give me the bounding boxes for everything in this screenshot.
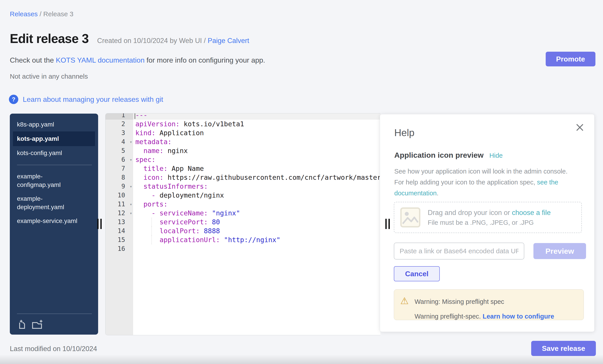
code-text: spec: (133, 155, 381, 164)
git-releases-link[interactable]: Learn about managing your releases with … (23, 95, 163, 104)
code-line[interactable]: 9▾ statusInformers: (105, 182, 381, 191)
file-item-example-configmap-yaml[interactable]: example-configmap.yaml (10, 169, 98, 192)
icon-url-input[interactable] (394, 243, 524, 260)
line-number: 1 (105, 113, 133, 120)
release-editor-page: Releases / Release 3 Edit release 3 Crea… (0, 0, 603, 364)
file-list: k8s-app.yamlkots-app.yamlkots-config.yam… (10, 114, 98, 228)
fold-caret-icon[interactable]: ▾ (129, 155, 132, 164)
help-panel: Help Application icon preview Hide See h… (380, 114, 594, 332)
line-number: 8 (105, 173, 133, 182)
warning-text: Warning preflight-spec. (415, 313, 483, 320)
icon-preview-title: Application icon preview (394, 151, 484, 159)
image-placeholder-icon (400, 207, 421, 228)
line-number: 6▾ (105, 155, 133, 164)
line-number: 11▾ (105, 200, 133, 209)
last-modified: Last modified on 10/10/2024 (10, 345, 97, 353)
code-text: title: App Name (133, 164, 381, 173)
code-line[interactable]: 1--- (105, 113, 381, 120)
code-line[interactable]: 3kind: Application (105, 129, 381, 137)
warning-title: Warning: Missing preflight spec (415, 298, 504, 305)
question-icon: ? (9, 95, 18, 104)
docs-prefix: Check out the (10, 56, 56, 64)
code-line[interactable]: 8 icon: https://raw.githubusercontent.co… (105, 173, 381, 182)
panel-resize-handle-right[interactable] (385, 219, 392, 229)
warning-detail: Warning preflight-spec. Learn how to con… (415, 313, 554, 320)
channel-status: Not active in any channels (10, 73, 88, 80)
code-text: statusInformers: (133, 182, 381, 191)
code-line[interactable]: 11▾ ports: (105, 200, 381, 209)
panel-resize-handle-left[interactable] (97, 219, 104, 229)
file-item-example-service-yaml[interactable]: example-service.yaml (10, 214, 98, 228)
code-text: servicePort: 80 (133, 218, 381, 227)
title-row: Edit release 3 Created on 10/10/2024 by … (10, 31, 249, 46)
file-item-example-deployment-yaml[interactable]: example-deployment.yaml (10, 192, 98, 214)
file-item-kots-app-yaml[interactable]: kots-app.yaml (13, 132, 95, 146)
code-line[interactable]: 14 localPort: 8888 (105, 227, 381, 235)
choose-file-link[interactable]: choose a file (512, 209, 551, 217)
code-text: ports: (133, 200, 381, 209)
learn-configure-link[interactable]: Learn how to configure (483, 313, 554, 320)
line-number: 15 (105, 235, 133, 244)
description-period: . (437, 189, 439, 197)
code-text: icon: https://raw.githubusercontent.com/… (133, 173, 381, 182)
add-folder-icon[interactable] (32, 320, 43, 329)
fold-caret-icon[interactable]: ▾ (129, 182, 132, 191)
code-line[interactable]: 10 - deployment/nginx (105, 191, 381, 200)
close-icon[interactable] (576, 123, 584, 132)
code-line[interactable]: 2apiVersion: kots.io/v1beta1 (105, 120, 381, 129)
add-file-icon[interactable] (17, 320, 27, 329)
code-line[interactable]: 6▾spec: (105, 155, 381, 164)
code-text: applicationUrl: "http://nginx" (133, 235, 381, 244)
file-item-k8s-app-yaml[interactable]: k8s-app.yaml (10, 118, 98, 132)
line-number: 16 (105, 244, 133, 253)
code-text: - deployment/nginx (133, 191, 381, 200)
fold-caret-icon[interactable]: ▾ (129, 137, 132, 146)
code-text: localPort: 8888 (133, 227, 381, 235)
help-panel-title: Help (394, 127, 415, 138)
icon-preview-description: See how your application icon will look … (394, 166, 575, 199)
code-text: apiVersion: kots.io/v1beta1 (133, 120, 381, 129)
created-meta: Created on 10/10/2024 by Web UI / Paige … (97, 37, 249, 45)
warning-icon: ⚠ (400, 295, 409, 306)
promote-button[interactable]: Promote (546, 52, 595, 66)
hide-link[interactable]: Hide (489, 152, 503, 159)
fold-caret-icon[interactable]: ▾ (129, 200, 132, 209)
line-number: 3 (105, 129, 133, 137)
code-lines: 1---2apiVersion: kots.io/v1beta13kind: A… (105, 113, 381, 253)
docs-row: Check out the KOTS YAML documentation fo… (10, 56, 265, 64)
fold-caret-icon[interactable]: ▾ (129, 209, 132, 218)
code-line[interactable]: 5 name: nginx (105, 146, 381, 155)
line-number: 10 (105, 191, 133, 200)
created-text: Created on 10/10/2024 by Web UI / (97, 37, 208, 44)
line-number: 9▾ (105, 182, 133, 191)
breadcrumb: Releases / Release 3 (10, 10, 73, 18)
created-author-link[interactable]: Paige Calvert (208, 37, 249, 44)
line-number: 2 (105, 120, 133, 129)
code-text: kind: Application (133, 129, 381, 137)
file-list-divider (17, 165, 92, 165)
code-line[interactable]: 13 servicePort: 80 (105, 218, 381, 227)
line-number: 7 (105, 164, 133, 173)
preview-button[interactable]: Preview (533, 243, 586, 259)
indent-guide (151, 218, 152, 227)
dropzone-hint: File must be a .PNG, .JPEG, or .JPG (428, 219, 551, 226)
code-line[interactable]: 12▾ - serviceName: "nginx" (105, 209, 381, 218)
icon-dropzone[interactable]: Drag and drop your icon or choose a file… (394, 202, 582, 233)
line-number: 13 (105, 218, 133, 227)
yaml-editor[interactable]: 1---2apiVersion: kots.io/v1beta13kind: A… (105, 113, 381, 335)
code-line[interactable]: 15 applicationUrl: "http://nginx" (105, 235, 381, 244)
kots-yaml-docs-link[interactable]: KOTS YAML documentation (56, 56, 144, 64)
code-text: metadata: (133, 137, 381, 146)
code-text: --- (133, 113, 381, 120)
file-tree-sidebar: k8s-app.yamlkots-app.yamlkots-config.yam… (10, 114, 98, 335)
code-line[interactable]: 7 title: App Name (105, 164, 381, 173)
code-text: name: nginx (133, 146, 381, 155)
breadcrumb-releases-link[interactable]: Releases (10, 10, 38, 18)
cancel-button[interactable]: Cancel (394, 266, 440, 281)
breadcrumb-current: Release 3 (43, 10, 73, 18)
code-line[interactable]: 4▾metadata: (105, 137, 381, 146)
save-release-button[interactable]: Save release (531, 341, 596, 356)
file-item-kots-config-yaml[interactable]: kots-config.yaml (10, 146, 98, 160)
indent-guide (151, 227, 152, 235)
code-line[interactable]: 16 (105, 244, 381, 253)
